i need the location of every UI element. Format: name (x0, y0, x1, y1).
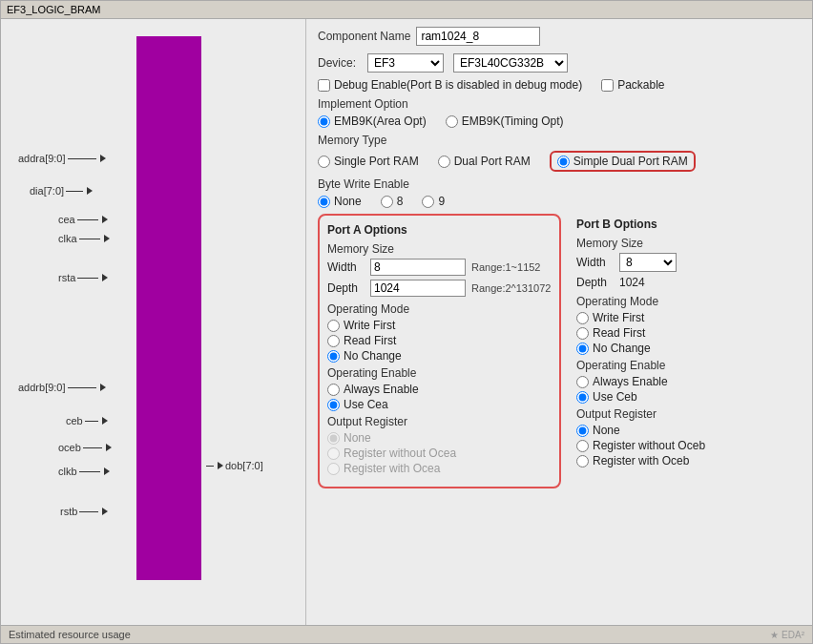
port-b-read-first-radio[interactable] (576, 327, 589, 340)
port-b-write-first[interactable]: Write First (576, 311, 801, 324)
impl-timing-radio[interactable] (446, 115, 458, 128)
port-b-out-reg-no-oceb-radio[interactable] (576, 440, 589, 452)
port-b-title: Port B Options (576, 218, 801, 231)
port-a-out-none[interactable]: None (327, 431, 552, 445)
port-b-width-row: Width 8 (576, 253, 801, 272)
bwe-none-radio[interactable] (318, 196, 330, 208)
bwe-radio-group: None 8 9 (318, 195, 801, 208)
port-a-no-change[interactable]: No Change (327, 349, 552, 363)
schematic-panel: addra[9:0] dia[7:0] cea (1, 19, 306, 625)
port-b-out-reg-no-oceb[interactable]: Register without Oceb (576, 439, 801, 452)
port-b-out-reg-with-oceb[interactable]: Register with Oceb (576, 454, 801, 467)
device-select-2[interactable]: EF3L40CG332B (453, 53, 568, 73)
port-ceb: ceb (66, 415, 108, 426)
port-rstb: rstb (60, 506, 108, 517)
implement-option-title: Implement Option (318, 97, 801, 111)
port-a-always-enable[interactable]: Always Enable (327, 383, 552, 396)
port-b-depth-value: 1024 (619, 276, 645, 289)
port-a-use-cea-radio[interactable] (327, 399, 340, 411)
port-a-out-reg-title: Output Register (327, 415, 552, 428)
port-b-op-enable-section: Operating Enable Always Enable Use Ceb (576, 359, 801, 404)
port-cea: cea (58, 214, 108, 225)
port-b-op-enable-title: Operating Enable (576, 359, 801, 372)
dual-port-radio[interactable] (438, 156, 450, 168)
single-port-radio[interactable] (318, 156, 330, 168)
port-b-always-enable-radio[interactable] (576, 376, 589, 388)
component-name-label: Component Name (318, 30, 410, 43)
bwe-9-option[interactable]: 9 (422, 195, 445, 208)
main-window: EF3_LOGIC_BRAM addra[9:0] dia[7:0] (0, 0, 813, 644)
port-b-use-ceb[interactable]: Use Ceb (576, 390, 801, 404)
port-a-use-cea[interactable]: Use Cea (327, 398, 552, 411)
port-b-out-reg-title: Output Register (576, 407, 801, 421)
port-a-memory-size: Memory Size Width Range:1~1152 Depth Ran… (327, 242, 552, 297)
port-a-title: Port A Options (327, 223, 552, 237)
port-a-out-none-radio (327, 432, 340, 445)
port-b-out-none-radio[interactable] (576, 425, 589, 437)
port-b-out-reg-section: Output Register None Register without Oc… (576, 407, 801, 467)
port-b-depth-row: Depth 1024 (576, 276, 801, 289)
component-block (136, 36, 201, 580)
port-a-width-label: Width (327, 260, 370, 274)
port-b-op-mode-title: Operating Mode (576, 295, 801, 308)
port-a-no-change-radio[interactable] (327, 350, 340, 363)
port-b-op-mode-section: Operating Mode Write First Read First (576, 295, 801, 355)
impl-area-radio[interactable] (318, 115, 330, 128)
device-select-1[interactable]: EF3 (367, 53, 444, 73)
port-a-col: Port A Options Memory Size Width Range:1… (318, 214, 561, 488)
bottom-bar: Estimated resource usage ★ EDA² (1, 625, 812, 643)
ports-row: Port A Options Memory Size Width Range:1… (318, 214, 801, 488)
bwe-8-radio[interactable] (381, 196, 393, 208)
port-b-depth-label: Depth (576, 276, 619, 289)
dual-port-option[interactable]: Dual Port RAM (438, 155, 531, 168)
component-name-input[interactable] (416, 27, 540, 46)
impl-timing-option[interactable]: EMB9K(Timing Opt) (446, 114, 564, 128)
port-b-out-none[interactable]: None (576, 424, 801, 437)
title-bar: EF3_LOGIC_BRAM (1, 1, 812, 19)
port-a-depth-row: Depth Range:2^131072 (327, 280, 552, 297)
oceb-arrow (106, 444, 112, 451)
simple-dual-radio[interactable] (557, 156, 570, 168)
single-port-option[interactable]: Single Port RAM (318, 155, 419, 168)
port-b-use-ceb-radio[interactable] (576, 391, 589, 404)
port-b-always-enable[interactable]: Always Enable (576, 375, 801, 388)
port-a-depth-input[interactable] (370, 280, 466, 297)
port-a-size-label: Memory Size (327, 242, 552, 256)
bwe-8-option[interactable]: 8 (381, 195, 404, 208)
impl-area-option[interactable]: EMB9K(Area Opt) (318, 114, 427, 128)
port-a-width-row: Width Range:1~1152 (327, 259, 552, 276)
port-a-out-reg-no-ocea-radio (327, 447, 340, 460)
port-b-no-change-radio[interactable] (576, 343, 589, 355)
debug-enable-checkbox[interactable] (318, 79, 330, 92)
implement-radio-group: EMB9K(Area Opt) EMB9K(Timing Opt) (318, 114, 801, 128)
port-b-write-first-radio[interactable] (576, 312, 589, 324)
port-a-width-range: Range:1~1152 (471, 261, 540, 273)
port-a-write-first-radio[interactable] (327, 320, 340, 332)
port-a-always-enable-radio[interactable] (327, 384, 340, 396)
ceb-arrow (102, 417, 108, 425)
port-a-out-reg-no-ocea[interactable]: Register without Ocea (327, 447, 552, 460)
bwe-9-radio[interactable] (422, 196, 434, 208)
port-a-out-reg-with-ocea[interactable]: Register with Ocea (327, 462, 552, 475)
port-b-read-first[interactable]: Read First (576, 326, 801, 340)
byte-write-section: Byte Write Enable None 8 9 (318, 177, 801, 208)
port-a-read-first-radio[interactable] (327, 335, 340, 347)
memory-type-title: Memory Type (318, 134, 801, 147)
port-a-op-mode-title: Operating Mode (327, 302, 552, 316)
port-b-width-select[interactable]: 8 (619, 253, 677, 272)
simple-dual-option[interactable]: Simple Dual Port RAM (557, 155, 688, 168)
port-a-width-input[interactable] (370, 259, 466, 276)
port-a-read-first[interactable]: Read First (327, 334, 552, 347)
addrb-arrow (100, 384, 106, 391)
schematic-inner: addra[9:0] dia[7:0] cea (1, 19, 305, 625)
packable-checkbox[interactable] (601, 79, 614, 92)
bwe-none-option[interactable]: None (318, 195, 362, 208)
watermark: ★ EDA² (770, 630, 804, 640)
port-addrb: addrb[9:0] (18, 382, 106, 393)
port-a-op-mode-section: Operating Mode Write First Read First (327, 302, 552, 363)
port-b-no-change[interactable]: No Change (576, 342, 801, 355)
port-b-out-reg-with-oceb-radio[interactable] (576, 455, 589, 467)
port-a-write-first[interactable]: Write First (327, 319, 552, 332)
simple-dual-option-highlight: Simple Dual Port RAM (550, 151, 696, 172)
port-addra: addra[9:0] (18, 153, 106, 164)
